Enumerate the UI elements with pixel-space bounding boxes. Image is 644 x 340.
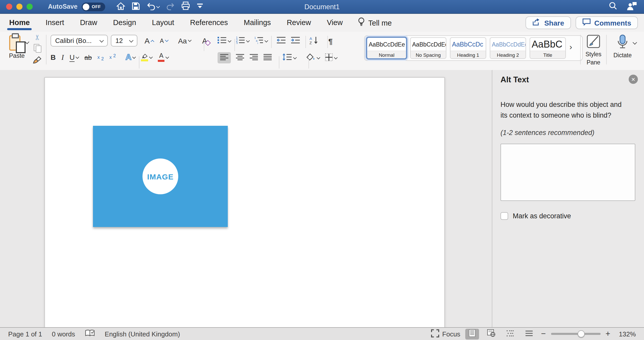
customize-toolbar-button[interactable]: [196, 3, 203, 11]
word-count[interactable]: 0 words: [52, 330, 75, 338]
tab-insert[interactable]: Insert: [45, 14, 65, 32]
highlight-color-button[interactable]: [141, 53, 152, 61]
home-button[interactable]: [116, 2, 125, 12]
print-layout-view-button[interactable]: [466, 328, 479, 339]
tab-home[interactable]: Home: [8, 14, 31, 32]
font-color-button[interactable]: A: [158, 53, 169, 62]
print-button[interactable]: [181, 2, 190, 12]
style-heading-2[interactable]: AaBbCcDdEe Heading 2: [490, 37, 526, 59]
borders-icon: [325, 53, 333, 63]
zoom-level[interactable]: 132%: [615, 330, 636, 338]
undo-button[interactable]: [146, 2, 159, 12]
font-name-select[interactable]: Calibri (Bo...: [51, 35, 108, 47]
style-normal[interactable]: AaBbCcDdEe Normal: [367, 37, 407, 59]
inline-image[interactable]: IMAGE: [93, 126, 228, 227]
language-selector[interactable]: English (United Kingdom): [105, 330, 180, 338]
zoom-out-button[interactable]: −: [541, 330, 546, 338]
tab-references[interactable]: References: [189, 14, 229, 32]
styles-gallery-more-button[interactable]: ›: [569, 42, 572, 54]
styles-pane-button[interactable]: Styles Pane: [583, 34, 604, 66]
cut-button[interactable]: ✂: [34, 34, 40, 41]
close-window-button[interactable]: [6, 4, 12, 10]
style-title[interactable]: AaBbC Title: [530, 37, 566, 59]
document-page[interactable]: IMAGE: [44, 77, 445, 328]
paste-label: Paste: [9, 52, 25, 59]
align-right-button[interactable]: [250, 53, 258, 62]
italic-button[interactable]: I: [61, 53, 64, 62]
close-icon: ✕: [631, 76, 636, 82]
web-layout-view-button[interactable]: [484, 328, 498, 339]
outline-view-button[interactable]: [503, 328, 517, 339]
format-painter-button[interactable]: [33, 56, 42, 66]
mark-decorative-checkbox[interactable]: [500, 212, 508, 220]
numbering-button[interactable]: 123: [236, 36, 249, 46]
text-effects-button[interactable]: A: [126, 53, 136, 62]
tab-layout[interactable]: Layout: [151, 14, 175, 32]
save-button[interactable]: [132, 2, 140, 12]
tab-mailings[interactable]: Mailings: [243, 14, 272, 32]
zoom-window-button[interactable]: [27, 4, 33, 10]
grow-font-button[interactable]: A: [145, 36, 154, 45]
zoom-slider[interactable]: [551, 330, 600, 337]
underline-button[interactable]: U: [69, 53, 79, 62]
indent-icon: [291, 36, 300, 46]
sort-button[interactable]: AZ: [309, 36, 318, 46]
decrease-indent-button[interactable]: [277, 36, 286, 46]
zoom-slider-thumb[interactable]: [577, 330, 585, 337]
dictate-button[interactable]: Dictate: [611, 34, 634, 59]
copy-button[interactable]: [33, 44, 41, 53]
close-panel-button[interactable]: ✕: [629, 75, 638, 84]
svg-text:i: i: [257, 42, 258, 44]
comments-button[interactable]: Comments: [575, 16, 638, 29]
superscript-button[interactable]: x2: [109, 53, 116, 62]
svg-text:3: 3: [236, 41, 238, 44]
search-button[interactable]: [609, 2, 617, 12]
word-window: AutoSave OFF Document1: [0, 0, 644, 340]
increase-indent-button[interactable]: [291, 36, 300, 46]
tab-review[interactable]: Review: [286, 14, 312, 32]
show-paragraph-marks-button[interactable]: ¶: [328, 37, 333, 45]
bold-button[interactable]: B: [51, 53, 56, 61]
shrink-font-button[interactable]: A: [160, 38, 168, 44]
clear-formatting-button[interactable]: A: [202, 37, 207, 45]
subscript-button[interactable]: x2: [97, 53, 104, 61]
text-effects-icon: A: [126, 53, 132, 62]
strikethrough-button[interactable]: ab: [85, 53, 92, 61]
minimize-window-button[interactable]: [16, 4, 22, 10]
paste-button[interactable]: Paste: [5, 34, 29, 59]
multilevel-list-button[interactable]: 1ai: [254, 36, 268, 46]
tab-design[interactable]: Design: [112, 14, 137, 32]
redo-button[interactable]: [166, 2, 174, 12]
style-no-spacing[interactable]: AaBbCcDdEe No Spacing: [410, 37, 446, 59]
font-size-select[interactable]: 12: [111, 35, 137, 47]
align-left-button[interactable]: [218, 52, 231, 63]
paste-menu-chevron: [25, 40, 29, 44]
tab-view[interactable]: View: [326, 14, 344, 32]
document-canvas[interactable]: IMAGE: [0, 70, 492, 328]
image-placeholder-circle: IMAGE: [142, 158, 178, 194]
tab-draw[interactable]: Draw: [79, 14, 98, 32]
draft-view-button[interactable]: [522, 328, 536, 339]
zoom-in-button[interactable]: +: [605, 330, 610, 338]
image-placeholder-label: IMAGE: [147, 172, 173, 181]
change-case-button[interactable]: Aa: [178, 37, 191, 45]
font-color-icon: A: [158, 53, 165, 62]
grow-font-caret-icon: [151, 40, 154, 43]
alt-text-input[interactable]: [500, 144, 635, 201]
bullets-button[interactable]: [218, 36, 231, 46]
multilevel-list-icon: 1ai: [254, 36, 264, 46]
share-button[interactable]: Share: [525, 16, 571, 29]
focus-toggle[interactable]: Focus: [431, 329, 460, 339]
page-count[interactable]: Page 1 of 1: [8, 330, 42, 338]
shrink-font-caret-icon: [165, 38, 168, 42]
account-button[interactable]: [627, 2, 637, 12]
borders-button[interactable]: [325, 53, 337, 63]
undo-icon: [146, 2, 156, 12]
justify-button[interactable]: [264, 53, 272, 62]
autosave-toggle[interactable]: OFF: [81, 2, 105, 11]
line-spacing-button[interactable]: [282, 53, 296, 62]
style-heading-1[interactable]: AaBbCcDc Heading 1: [450, 37, 486, 59]
proofing-status-button[interactable]: [85, 329, 95, 338]
align-center-button[interactable]: [236, 53, 245, 62]
tell-me-button[interactable]: Tell me: [357, 17, 392, 29]
